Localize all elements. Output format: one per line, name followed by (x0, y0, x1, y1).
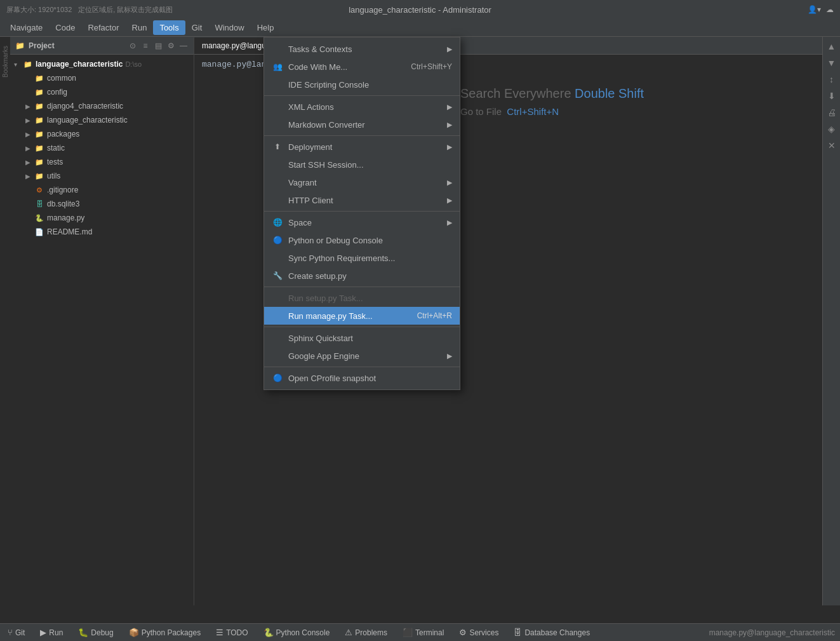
tree-item-utils[interactable]: ▶ 📁 utils (10, 169, 194, 183)
tree-arrow: ▶ (25, 145, 34, 152)
menu-refactor[interactable]: Refactor (81, 20, 125, 35)
menu-item-sphinx[interactable]: Sphinx Quickstart (264, 329, 460, 347)
folder-icon: 📁 (34, 73, 44, 83)
menu-item-google-app-engine[interactable]: Google App Engine ▶ (264, 347, 460, 365)
account-button[interactable]: 👤▾ (808, 5, 821, 14)
action-pin[interactable]: ◈ (825, 122, 839, 136)
sep6 (264, 367, 460, 367)
tree-item-packages[interactable]: ▶ 📁 packages (10, 127, 194, 141)
tree-item-root[interactable]: ▾ 📁 language_characteristic D:\so (10, 57, 194, 71)
menu-item-sync-python[interactable]: Sync Python Requirements... (264, 249, 460, 267)
space-icon: 🌐 (272, 217, 283, 228)
menu-item-ide-scripting[interactable]: IDE Scripting Console (264, 76, 460, 93)
tree-item-config[interactable]: 📁 config (10, 85, 194, 99)
database-changes-icon: 🗄 (514, 628, 522, 637)
bottom-item-database-changes[interactable]: 🗄 Database Changes (511, 626, 592, 638)
tree-item-common[interactable]: 📁 common (10, 71, 194, 85)
terminal-icon: ⬛ (403, 628, 413, 637)
python-debug-label: Python or Debug Console (288, 236, 452, 245)
bottom-item-python-console[interactable]: 🐍 Python Console (261, 626, 333, 638)
menu-item-http-client[interactable]: HTTP Client ▶ (264, 191, 460, 209)
project-panel-title: Project (29, 41, 55, 50)
menu-item-code-with-me[interactable]: 👥 Code With Me... Ctrl+Shift+Y (264, 58, 460, 76)
ide-scripting-icon (272, 79, 283, 90)
menu-item-deployment[interactable]: ⬆ Deployment ▶ (264, 138, 460, 156)
git-icon: ⑂ (8, 628, 13, 637)
tree-item-lang-char[interactable]: ▶ 📁 language_characteristic (10, 113, 194, 127)
cloud-button[interactable]: ☁ (826, 5, 834, 14)
tree-item-managepy[interactable]: 🐍 manage.py (10, 211, 194, 225)
menu-tools[interactable]: Tools (153, 20, 185, 35)
menu-item-create-setup[interactable]: 🔧 Create setup.py (264, 267, 460, 285)
folder-icon: 📁 (34, 101, 44, 111)
xml-icon (272, 101, 283, 112)
menu-run[interactable]: Run (126, 20, 154, 35)
tree-arrow: ▶ (25, 159, 34, 166)
menu-item-xml-actions[interactable]: XML Actions ▶ (264, 98, 460, 116)
markdown-arrow: ▶ (447, 121, 452, 129)
run-label: Run (49, 628, 63, 637)
action-down[interactable]: ▼ (825, 56, 839, 70)
menu-item-run-manage-task[interactable]: Run manage.py Task... Ctrl+Alt+R (264, 307, 460, 325)
action-sort[interactable]: ↕ (825, 72, 839, 86)
window-title: language_characteristic - Administrator (349, 5, 491, 15)
tree-item-django4[interactable]: ▶ 📁 django4_characteristic (10, 99, 194, 113)
run-manage-label: Run manage.py Task... (288, 311, 412, 321)
menu-item-python-debug-console[interactable]: 🔵 Python or Debug Console (264, 231, 460, 249)
run-setup-label: Run setup.py Task... (288, 294, 452, 303)
tree-item-sqlite[interactable]: 🗄 db.sqlite3 (10, 197, 194, 211)
panel-icon-expand[interactable]: ▤ (153, 41, 163, 51)
bottom-item-services[interactable]: ⚙ Services (457, 626, 501, 638)
bottom-item-run[interactable]: ▶ Run (37, 626, 65, 638)
google-app-label: Google App Engine (288, 351, 444, 361)
python-console-label: Python Console (276, 628, 330, 637)
tree-item-tests[interactable]: ▶ 📁 tests (10, 155, 194, 169)
bottom-item-debug[interactable]: 🐛 Debug (76, 626, 116, 638)
services-label: Services (469, 628, 498, 637)
sphinx-icon (272, 332, 283, 344)
sync-python-label: Sync Python Requirements... (288, 253, 452, 263)
tree-label-django4: django4_characteristic (47, 102, 123, 111)
panel-icon-settings[interactable]: ⚙ (166, 41, 176, 51)
title-bar: 屏幕大小: 1920*1032 定位区域后, 鼠标双击完成截图 language… (0, 0, 840, 19)
sep5 (264, 327, 460, 327)
tree-label-tests: tests (47, 158, 63, 166)
bottom-item-python-packages[interactable]: 📦 Python Packages (126, 626, 203, 638)
tools-dropdown: Tasks & Contexts ▶ 👥 Code With Me... Ctr… (263, 37, 460, 390)
sep1 (264, 95, 460, 96)
space-label: Space (288, 218, 444, 227)
action-print[interactable]: 🖨 (825, 105, 839, 119)
panel-icon-target[interactable]: ⊙ (128, 41, 138, 51)
tree-item-gitignore[interactable]: ⚙ .gitignore (10, 183, 194, 197)
menu-navigate[interactable]: Navigate (4, 20, 49, 35)
bottom-item-problems[interactable]: ⚠ Problems (342, 626, 390, 638)
menu-item-cprofile[interactable]: 🔵 Open CProfile snapshot (264, 369, 460, 387)
google-app-icon (272, 350, 283, 361)
menu-item-vagrant[interactable]: Vagrant ▶ (264, 173, 460, 191)
tree-item-static[interactable]: ▶ 📁 static (10, 141, 194, 155)
menu-git[interactable]: Git (185, 20, 209, 35)
search-hint-secondary: Go to File Ctrl+Shift+N (460, 106, 810, 117)
menu-item-tasks-contexts[interactable]: Tasks & Contexts ▶ (264, 40, 460, 58)
panel-icon-minimize[interactable]: — (178, 41, 189, 51)
menu-help[interactable]: Help (251, 20, 281, 35)
search-key-hint: Double Shift (575, 86, 644, 100)
menu-code[interactable]: Code (49, 20, 81, 35)
tree-item-readme[interactable]: 📄 README.md (10, 225, 194, 239)
tree-label-lang-char: language_characteristic (47, 116, 128, 125)
panel-icon-list[interactable]: ≡ (140, 41, 150, 51)
window-controls[interactable]: 👤▾ ☁ (808, 5, 834, 14)
mouse-info: 定位区域后, 鼠标双击完成截图 (78, 5, 173, 15)
bottom-item-todo[interactable]: ☰ TODO (213, 626, 250, 638)
bottom-item-terminal[interactable]: ⬛ Terminal (400, 626, 446, 638)
menu-item-markdown[interactable]: Markdown Converter ▶ (264, 116, 460, 133)
action-up[interactable]: ▲ (825, 39, 839, 53)
bottom-item-git[interactable]: ⑂ Git (5, 626, 27, 638)
menu-item-ssh[interactable]: Start SSH Session... (264, 156, 460, 173)
menu-window[interactable]: Window (208, 20, 250, 35)
python-debug-icon: 🔵 (272, 234, 283, 246)
action-download[interactable]: ⬇ (825, 89, 839, 103)
screen-info: 屏幕大小: 1920*1032 (6, 5, 72, 15)
action-close[interactable]: ✕ (825, 138, 839, 152)
menu-item-space[interactable]: 🌐 Space ▶ (264, 213, 460, 231)
